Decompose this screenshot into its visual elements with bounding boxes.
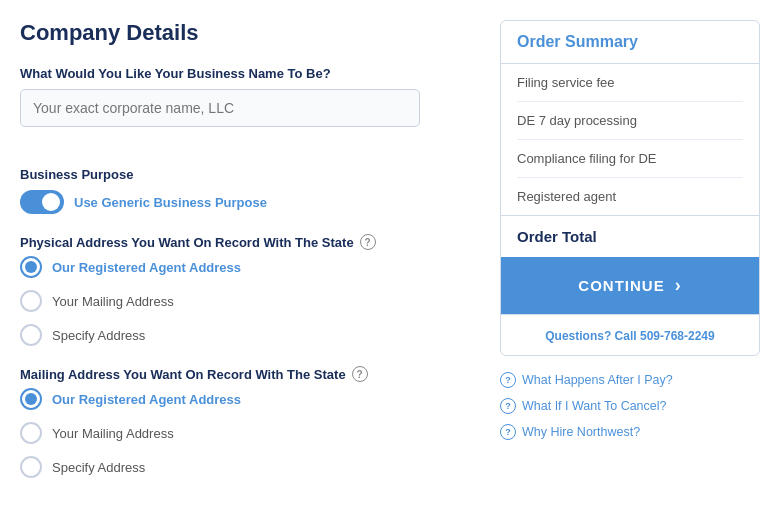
faq-icon-0: ? [500, 372, 516, 388]
physical-address-help-icon[interactable]: ? [360, 234, 376, 250]
page-title: Company Details [20, 20, 480, 46]
physical-address-section: Physical Address You Want On Record With… [20, 234, 480, 346]
physical-radio-label-0: Our Registered Agent Address [52, 260, 241, 275]
business-purpose-label: Business Purpose [20, 167, 480, 182]
business-purpose-section: Business Purpose Use Generic Business Pu… [20, 167, 480, 214]
mailing-address-label: Mailing Address You Want On Record With … [20, 366, 480, 382]
faq-link-0[interactable]: ? What Happens After I Pay? [500, 372, 760, 388]
mailing-radio-item-1[interactable]: Your Mailing Address [20, 422, 480, 444]
physical-address-label: Physical Address You Want On Record With… [20, 234, 480, 250]
chevron-right-icon: › [675, 275, 682, 296]
mailing-radio-outer-0 [20, 388, 42, 410]
mailing-radio-label-2: Specify Address [52, 460, 145, 475]
business-name-input[interactable] [20, 89, 420, 127]
right-column: Order Summary Filing service fee DE 7 da… [500, 20, 760, 498]
faq-link-1[interactable]: ? What If I Want To Cancel? [500, 398, 760, 414]
mailing-radio-item-2[interactable]: Specify Address [20, 456, 480, 478]
mailing-radio-label-1: Your Mailing Address [52, 426, 174, 441]
faq-label-1: What If I Want To Cancel? [522, 399, 667, 413]
physical-radio-item-1[interactable]: Your Mailing Address [20, 290, 480, 312]
physical-radio-outer-0 [20, 256, 42, 278]
mailing-radio-inner-0 [25, 393, 37, 405]
mailing-address-help-icon[interactable]: ? [352, 366, 368, 382]
left-column: Company Details What Would You Like Your… [20, 20, 480, 498]
mailing-address-section: Mailing Address You Want On Record With … [20, 366, 480, 478]
order-summary-header: Order Summary [501, 21, 759, 64]
faq-links: ? What Happens After I Pay? ? What If I … [500, 372, 760, 440]
order-item-2: Compliance filing for DE [517, 140, 743, 178]
mailing-radio-outer-1 [20, 422, 42, 444]
order-summary-card: Order Summary Filing service fee DE 7 da… [500, 20, 760, 356]
faq-icon-2: ? [500, 424, 516, 440]
order-item-1: DE 7 day processing [517, 102, 743, 140]
continue-button[interactable]: CONTINUE › [501, 257, 759, 314]
order-item-3: Registered agent [517, 178, 743, 215]
order-summary-items: Filing service fee DE 7 day processing C… [501, 64, 759, 215]
faq-label-2: Why Hire Northwest? [522, 425, 640, 439]
physical-radio-inner-0 [25, 261, 37, 273]
physical-radio-label-1: Your Mailing Address [52, 294, 174, 309]
mailing-address-radio-group: Our Registered Agent Address Your Mailin… [20, 388, 480, 478]
toggle-switch[interactable] [20, 190, 64, 214]
faq-label-0: What Happens After I Pay? [522, 373, 673, 387]
toggle-label: Use Generic Business Purpose [74, 195, 267, 210]
toggle-row: Use Generic Business Purpose [20, 190, 480, 214]
physical-radio-item-0[interactable]: Our Registered Agent Address [20, 256, 480, 278]
faq-link-2[interactable]: ? Why Hire Northwest? [500, 424, 760, 440]
order-summary-title: Order Summary [517, 33, 743, 51]
physical-radio-outer-1 [20, 290, 42, 312]
continue-button-label: CONTINUE [578, 277, 664, 294]
physical-radio-outer-2 [20, 324, 42, 346]
mailing-radio-outer-2 [20, 456, 42, 478]
questions-row: Questions? Call 509-768-2249 [501, 314, 759, 355]
faq-icon-1: ? [500, 398, 516, 414]
mailing-radio-item-0[interactable]: Our Registered Agent Address [20, 388, 480, 410]
physical-radio-item-2[interactable]: Specify Address [20, 324, 480, 346]
physical-radio-label-2: Specify Address [52, 328, 145, 343]
business-name-label: What Would You Like Your Business Name T… [20, 66, 480, 81]
physical-address-radio-group: Our Registered Agent Address Your Mailin… [20, 256, 480, 346]
order-total-row: Order Total [501, 215, 759, 257]
business-name-section: What Would You Like Your Business Name T… [20, 66, 480, 147]
order-total-label: Order Total [517, 228, 597, 245]
questions-text: Questions? Call 509-768-2249 [545, 329, 714, 343]
order-item-0: Filing service fee [517, 64, 743, 102]
mailing-radio-label-0: Our Registered Agent Address [52, 392, 241, 407]
